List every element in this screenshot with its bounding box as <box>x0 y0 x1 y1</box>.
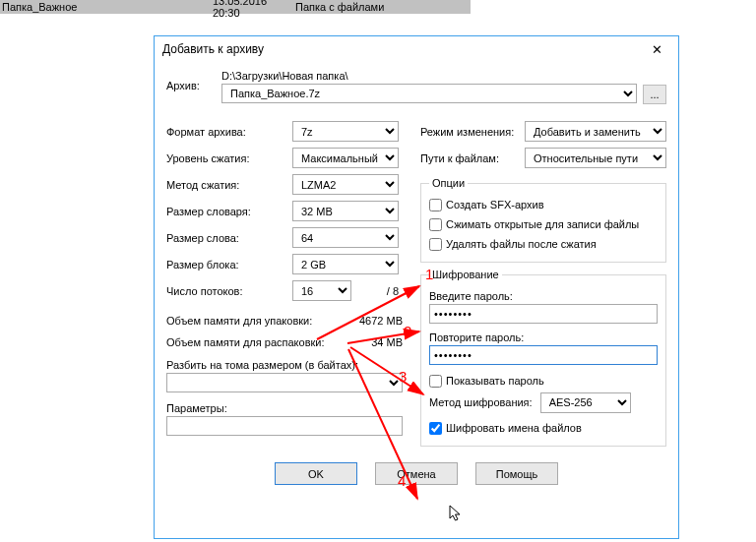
archive-name-select[interactable]: Папка_Важное.7z <box>221 84 637 103</box>
opt-delete-checkbox[interactable] <box>429 238 442 251</box>
word-label: Размер слова: <box>166 232 292 244</box>
browse-button[interactable]: ... <box>643 85 666 104</box>
opt-sfx-checkbox[interactable] <box>429 199 442 211</box>
enc-names-checkbox[interactable] <box>429 422 442 435</box>
method-label: Метод сжатия: <box>166 179 292 191</box>
block-select[interactable]: 2 GB <box>292 254 399 274</box>
show-password-row[interactable]: Показывать пароль <box>429 371 658 391</box>
enc-names-row[interactable]: Шифровать имена файлов <box>429 418 658 438</box>
titlebar: Добавить к архиву ✕ <box>155 36 678 62</box>
explorer-file-type: Папка с файлами <box>295 1 471 13</box>
word-select[interactable]: 64 <box>292 227 399 248</box>
level-label: Уровень сжатия: <box>166 152 292 164</box>
add-to-archive-dialog: Добавить к архиву ✕ Архив: D:\Загрузки\Н… <box>154 35 679 539</box>
threads-max: / 8 <box>351 285 399 297</box>
options-fieldset: Опции Создать SFX-архив Сжимать открытые… <box>420 177 666 263</box>
dict-select[interactable]: 32 MB <box>292 201 399 221</box>
password-repeat-input[interactable] <box>429 345 658 365</box>
dict-label: Размер словаря: <box>166 206 292 217</box>
encryption-fieldset: Шифрование Введите пароль: Повторите пар… <box>420 269 666 447</box>
show-password-checkbox[interactable] <box>429 375 442 388</box>
paths-select[interactable]: Относительные пути <box>525 148 666 168</box>
password-input[interactable] <box>429 304 658 324</box>
ok-button[interactable]: OK <box>275 462 357 485</box>
opt-sfx-label: Создать SFX-архив <box>446 199 544 211</box>
mem-unpack-value: 34 MB <box>371 336 403 348</box>
params-label: Параметры: <box>166 402 403 414</box>
options-legend: Опции <box>429 177 468 189</box>
close-button[interactable]: ✕ <box>641 40 672 58</box>
enc-names-label: Шифровать имена файлов <box>446 422 582 434</box>
threads-label: Число потоков: <box>166 285 292 297</box>
method-select[interactable]: LZMA2 <box>292 174 399 195</box>
opt-delete-row[interactable]: Удалять файлы после сжатия <box>429 234 658 254</box>
help-button[interactable]: Помощь <box>475 462 558 485</box>
dialog-title: Добавить к архиву <box>162 42 264 56</box>
format-label: Формат архива: <box>166 126 292 138</box>
explorer-file-name: Папка_Важное <box>0 1 213 13</box>
mode-label: Режим изменения: <box>420 126 525 138</box>
split-select[interactable] <box>166 373 403 392</box>
explorer-file-date: 13.05.2016 20:30 <box>213 0 295 19</box>
archive-label: Архив: <box>166 70 221 91</box>
threads-select[interactable]: 16 <box>292 280 351 301</box>
opt-sfx-row[interactable]: Создать SFX-архив <box>429 195 658 214</box>
cancel-button[interactable]: Отмена <box>375 462 458 485</box>
mem-unpack-label: Объем памяти для распаковки: <box>166 336 325 348</box>
split-label: Разбить на тома размером (в байтах): <box>166 359 403 371</box>
paths-label: Пути к файлам: <box>420 152 525 164</box>
enc-method-select[interactable]: AES-256 <box>540 392 631 413</box>
format-select[interactable]: 7z <box>292 121 399 142</box>
show-password-label: Показывать пароль <box>446 375 544 387</box>
block-label: Размер блока: <box>166 259 292 271</box>
explorer-row: Папка_Важное 13.05.2016 20:30 Папка с фа… <box>0 0 471 14</box>
enter-password-label: Введите пароль: <box>429 290 658 302</box>
level-select[interactable]: Максимальный <box>292 148 399 168</box>
repeat-password-label: Повторите пароль: <box>429 331 658 343</box>
opt-delete-label: Удалять файлы после сжатия <box>446 238 597 250</box>
opt-shared-label: Сжимать открытые для записи файлы <box>446 218 639 230</box>
encryption-legend: Шифрование <box>429 269 502 280</box>
mem-pack-label: Объем памяти для упаковки: <box>166 315 312 327</box>
enc-method-label: Метод шифрования: <box>429 396 533 408</box>
params-input[interactable] <box>166 416 403 436</box>
mode-select[interactable]: Добавить и заменить <box>525 121 666 142</box>
opt-shared-checkbox[interactable] <box>429 218 442 231</box>
opt-shared-row[interactable]: Сжимать открытые для записи файлы <box>429 214 658 234</box>
mem-pack-value: 4672 MB <box>359 315 403 327</box>
archive-path: D:\Загрузки\Новая папка\ <box>221 70 637 82</box>
